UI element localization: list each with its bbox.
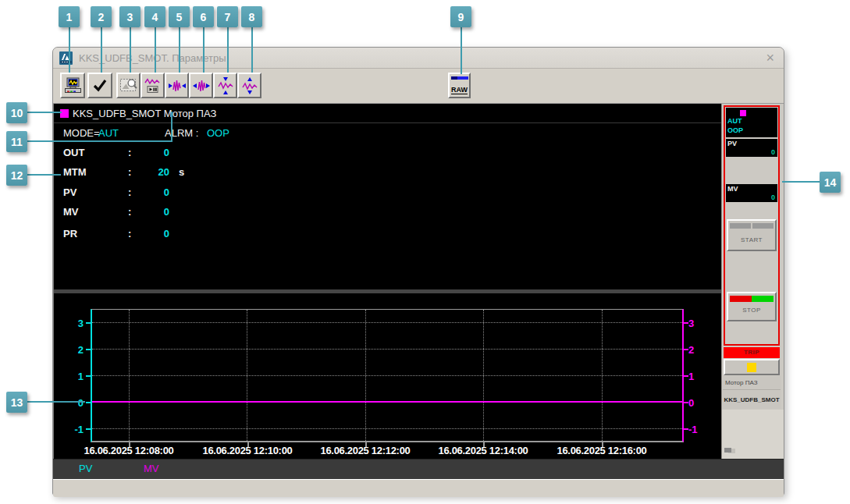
param-unit: s [179, 166, 184, 178]
param-value: 0 [138, 228, 169, 240]
legend-mv: MV [144, 463, 159, 474]
callout-line-11 [27, 140, 172, 142]
callout-badge-1: 1 [59, 6, 80, 27]
acknowledge-button[interactable] [724, 359, 780, 375]
plot-area [91, 309, 684, 442]
x-axis-tick: 16.06.2025 12:14:00 [421, 445, 546, 456]
raw-label: RAW [451, 86, 468, 94]
callout-badge-12: 12 [6, 165, 27, 186]
callout-badge-4: 4 [144, 6, 165, 27]
x-axis-tick: 16.06.2025 12:12:00 [303, 445, 428, 456]
raw-data-button[interactable]: RAW [448, 73, 471, 98]
start-button-label: START [728, 236, 775, 243]
callout-badge-3: 3 [119, 6, 140, 27]
param-row-mv: MV : 0 [54, 206, 721, 222]
faceplate-mv-box: MV 0 [726, 184, 777, 202]
alarm-value: OOP [207, 127, 229, 139]
faceplate: AUT OOP PV 0 MV 0 START [721, 104, 784, 459]
faceplate-mode-value: AUT [727, 117, 742, 125]
faceplate-pv-box: PV 0 [726, 139, 777, 157]
mode-label: MODE= [63, 127, 100, 139]
compress-time-axis-button[interactable] [165, 73, 189, 98]
faceplate-mv-value: 0 [771, 193, 775, 201]
export-image-icon [119, 77, 138, 94]
trend-chart: 3 2 1 0 -1 3 2 1 0 -1 16.06.2025 12:08:0… [54, 293, 721, 459]
callout-badge-9: 9 [450, 6, 471, 27]
callout-badge-7: 7 [217, 6, 238, 27]
callout-line-14 [782, 181, 820, 183]
callout-line-4 [155, 26, 156, 73]
param-separator: : [128, 228, 131, 240]
apply-button[interactable] [87, 73, 112, 98]
app-icon [59, 51, 73, 65]
stop-button-label: STOP [728, 307, 775, 314]
param-row-mtm: MTM : 20 s [54, 166, 721, 182]
start-button[interactable]: START [727, 219, 777, 251]
y-axis-left-tick: 0 [54, 397, 84, 409]
param-separator: : [128, 186, 131, 198]
window-title: KKS_UDFB_SMOT. Параметры [79, 52, 763, 64]
param-value: 0 [138, 206, 169, 218]
callout-line-12 [27, 174, 61, 176]
callout-badge-13: 13 [6, 392, 27, 413]
faceplate-footer [722, 410, 784, 459]
param-separator: : [128, 206, 131, 218]
expand-time-axis-icon [192, 77, 211, 94]
faceplate-pv-label: PV [727, 140, 737, 147]
alarm-label: ALRM : [165, 127, 198, 139]
resize-grip-icon [724, 448, 731, 453]
expand-time-axis-button[interactable] [189, 73, 213, 98]
y-axis-left-tick: 3 [54, 318, 84, 329]
trend-main-area: KKS_UDFB_SMOT Мотор ПАЗ MODE= AUT ALRM :… [53, 104, 721, 459]
param-value: 0 [138, 186, 169, 198]
apply-icon [91, 78, 108, 94]
close-icon[interactable]: × [763, 51, 777, 65]
callout-line-13 [27, 401, 85, 403]
faceplate-alarm-value: OOP [727, 126, 743, 134]
callout-line-2 [101, 26, 102, 73]
callout-line-10 [27, 112, 62, 113]
expand-value-axis-icon [240, 76, 259, 95]
title-bar[interactable]: KKS_UDFB_SMOT. Параметры × [53, 48, 784, 69]
export-image-button[interactable] [116, 73, 140, 98]
start-indicator-bar [730, 223, 751, 229]
param-row-pv: PV : 0 [54, 186, 721, 202]
y-axis-left-tick: -1 [54, 424, 84, 435]
y-axis-left-tick: 2 [54, 344, 84, 356]
x-axis-tick: 16.06.2025 12:10:00 [185, 445, 310, 456]
param-value: 0 [138, 147, 169, 158]
faceplate-description: Мотор ПАЗ [723, 376, 781, 390]
callout-badge-11: 11 [6, 131, 27, 152]
callout-badge-14: 14 [820, 172, 841, 193]
callout-badge-10: 10 [6, 102, 27, 123]
tag-header: KKS_UDFB_SMOT Мотор ПАЗ [54, 105, 721, 123]
trip-indicator: TRIP [724, 347, 780, 358]
mv-series-line [92, 401, 682, 403]
trend-run-pause-button[interactable] [140, 73, 165, 98]
compress-value-axis-icon [216, 76, 235, 95]
faceplate-tag: KKS_UDFB_SMOT [723, 391, 781, 409]
stop-button[interactable]: STOP [727, 292, 777, 321]
param-row-pr: PR : 0 [54, 228, 721, 243]
stop-indicator-green [752, 296, 774, 302]
param-separator: : [128, 166, 131, 178]
compress-value-axis-button[interactable] [213, 73, 237, 98]
trend-print-button[interactable] [60, 73, 85, 98]
callout-line-1 [69, 26, 70, 73]
expand-value-axis-button[interactable] [237, 73, 261, 98]
callout-line-5 [179, 26, 180, 73]
callout-line-8 [251, 26, 253, 73]
callout-line-3 [130, 26, 131, 73]
callout-badge-5: 5 [169, 6, 190, 27]
trend-print-icon [64, 77, 82, 94]
callout-badge-8: 8 [241, 6, 262, 27]
callout-line-7 [227, 26, 229, 73]
raw-data-icon: RAW [451, 76, 468, 95]
trend-legend: PV MV [53, 459, 784, 479]
tag-header-label: KKS_UDFB_SMOT Мотор ПАЗ [73, 108, 216, 119]
y-axis-right-tick: 2 [688, 344, 712, 356]
param-label: OUT [63, 147, 84, 158]
param-label: MV [63, 206, 79, 218]
compress-time-axis-icon [168, 77, 187, 94]
trend-run-pause-icon [144, 76, 162, 95]
